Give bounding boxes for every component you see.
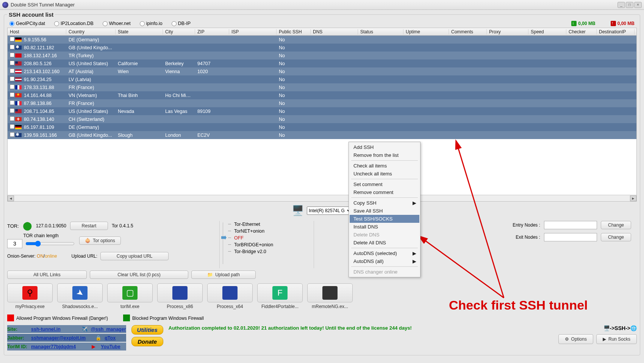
jabber-link[interactable]: sshmanager@exploit.im <box>31 335 86 341</box>
upload-path-button[interactable]: 📁Upload path <box>191 271 256 279</box>
scroll-track[interactable] <box>14 196 630 201</box>
maximize-button[interactable]: □ <box>626 2 633 8</box>
table-row[interactable]: 87.98.138.86FR (France)No <box>8 99 636 107</box>
options-button[interactable]: ⚙Options <box>558 334 593 344</box>
row-checkbox[interactable] <box>10 124 14 129</box>
app-launch-button[interactable] <box>307 283 353 302</box>
app-launch-button[interactable]: ⚲ <box>7 283 53 302</box>
grid-hscroll[interactable]: ◄ ► <box>8 195 636 201</box>
geo-opt-4[interactable]: DB-IP <box>172 21 191 26</box>
scroll-right[interactable]: ► <box>630 196 636 201</box>
adapter-select[interactable]: Intel(R) 82574L G <box>307 207 352 215</box>
tree-item-4[interactable]: Tor-Bridge v2.0 <box>225 248 308 255</box>
close-button[interactable]: × <box>634 2 642 8</box>
row-checkbox[interactable] <box>10 61 14 65</box>
col-state[interactable]: State <box>116 29 163 34</box>
app-launch-button[interactable]: F <box>257 283 303 302</box>
col-status[interactable]: Status <box>358 29 403 34</box>
geo-opt-0[interactable]: GeoIPCity.dat <box>9 21 45 26</box>
table-row[interactable]: 178.33.131.88FR (France)No <box>8 83 636 91</box>
entry-nodes-change-button[interactable]: Change <box>601 221 631 229</box>
tree-item-3[interactable]: TorBRIDGE+onion <box>225 241 308 248</box>
context-menu[interactable]: Add SSHRemove from the listCheck all ite… <box>349 142 420 277</box>
table-row[interactable]: 91.90.234.25LV (Latvia)No <box>8 75 636 83</box>
app-launch-button[interactable]: ➤ <box>57 283 103 302</box>
minimize-button[interactable]: _ <box>617 2 625 8</box>
tree-item-0[interactable]: Tor-Ethernet <box>225 221 308 228</box>
qtox-link[interactable]: qTox <box>105 335 116 341</box>
tree-item-2[interactable]: OFF <box>225 235 308 241</box>
tor-options-button[interactable]: 🧅Tor options <box>79 236 121 245</box>
exit-nodes-input[interactable] <box>544 233 597 241</box>
row-checkbox[interactable] <box>10 100 14 105</box>
table-row[interactable]: 139.59.161.166GB (United Kingdo...Slough… <box>8 131 636 139</box>
telegram-link[interactable]: @ssh_manager <box>91 327 126 332</box>
table-row[interactable]: 208.80.5.126US (United States)Californie… <box>8 59 636 67</box>
menu-item[interactable]: Uncheck all items <box>350 170 419 178</box>
col-proxy[interactable]: Proxy <box>487 29 528 34</box>
table-row[interactable]: 188.132.147.16TR (Turkey)No <box>8 52 636 59</box>
menu-item[interactable]: Save All SSH <box>350 207 419 215</box>
row-checkbox[interactable] <box>10 92 14 97</box>
all-url-links-button[interactable]: All URL Links <box>7 271 87 279</box>
col-uptime[interactable]: Uptime <box>403 29 449 34</box>
app-launch-button[interactable] <box>207 283 253 302</box>
tor-chain-value[interactable] <box>7 239 22 248</box>
row-checkbox[interactable] <box>10 84 14 89</box>
tor-restart-button[interactable]: Restart <box>70 222 108 230</box>
row-checkbox[interactable] <box>10 132 14 137</box>
torim-link[interactable]: manager77bjdqdm4 <box>31 344 76 349</box>
geo-opt-2[interactable]: Whoer.net <box>103 21 131 26</box>
col-country[interactable]: Country <box>66 29 116 34</box>
col-zip[interactable]: ZIP <box>195 29 229 34</box>
col-host[interactable]: Host <box>8 29 66 34</box>
copy-upload-url-button[interactable]: Copy upload URL <box>100 252 169 260</box>
col-comments[interactable]: Comments <box>449 29 487 34</box>
tor-chain-slider[interactable] <box>25 241 75 247</box>
geo-opt-1[interactable]: IP2Location.DB <box>54 21 94 26</box>
row-checkbox[interactable] <box>10 37 14 41</box>
menu-item[interactable]: Install DNS <box>350 223 419 231</box>
app-launch-button[interactable] <box>157 283 203 302</box>
app-launch-button[interactable]: ▢ <box>107 283 153 302</box>
menu-item[interactable]: Set comment <box>350 180 419 188</box>
menu-item[interactable]: Test SSH/SOCKS <box>350 215 419 223</box>
col-city[interactable]: City <box>163 29 195 34</box>
col-dest[interactable]: DestinationIP <box>597 29 635 34</box>
row-checkbox[interactable] <box>10 53 14 57</box>
col-dns[interactable]: DNS <box>311 29 358 34</box>
table-row[interactable]: 5.9.155.56DE (Germany)No <box>8 36 636 44</box>
utilities-button[interactable]: Utilities <box>131 325 163 335</box>
geo-opt-3[interactable]: ipinfo.io <box>140 21 163 26</box>
grid-header[interactable]: Host Country State City ZIP ISP Public S… <box>8 28 636 36</box>
youtube-link[interactable]: YouTube <box>101 344 120 349</box>
table-row[interactable]: 80.82.121.182GB (United Kingdo...No <box>8 44 636 52</box>
menu-item[interactable]: AutoDNS (selected)▶ <box>350 249 419 257</box>
entry-nodes-input[interactable] <box>544 221 597 229</box>
menu-item[interactable]: Add SSH <box>350 143 419 151</box>
col-pssh[interactable]: Public SSH <box>277 29 311 34</box>
menu-item[interactable]: Delete All DNS <box>350 239 419 247</box>
table-row[interactable]: 213.143.102.160AT (Austria)WienVienna102… <box>8 67 636 75</box>
col-checker[interactable]: Checker <box>566 29 597 34</box>
row-checkbox[interactable] <box>10 77 14 81</box>
row-checkbox[interactable] <box>10 116 14 121</box>
row-checkbox[interactable] <box>10 45 14 49</box>
table-row[interactable]: 85.197.81.109DE (Germany)No <box>8 123 636 131</box>
menu-item[interactable]: Copy SSH▶ <box>350 199 419 207</box>
row-checkbox[interactable] <box>10 108 14 113</box>
row-checkbox[interactable] <box>10 69 14 73</box>
table-row[interactable]: 14.161.44.88VN (Vietnam)Thai BinhHo Chi … <box>8 91 636 99</box>
site-link[interactable]: ssh-tunnel.in <box>31 327 61 332</box>
scroll-left[interactable]: ◄ <box>8 196 14 201</box>
menu-item[interactable]: Remove from the list <box>350 151 419 159</box>
table-row[interactable]: 80.74.138.140CH (Switzerland)No <box>8 115 636 123</box>
run-socks-button[interactable]: ▶Run Socks <box>596 334 637 344</box>
grid-rows[interactable]: 5.9.155.56DE (Germany)No80.82.121.182GB … <box>8 36 636 195</box>
exit-nodes-change-button[interactable]: Change <box>601 233 631 241</box>
col-isp[interactable]: ISP <box>229 29 277 34</box>
table-row[interactable]: 208.71.104.85US (United States)NevadaLas… <box>8 107 636 115</box>
clear-url-list-button[interactable]: Clear URL list (0 pcs) <box>90 271 188 279</box>
menu-item[interactable]: AutoDNS (all)▶ <box>350 257 419 265</box>
menu-item[interactable]: Remove comment <box>350 188 419 196</box>
